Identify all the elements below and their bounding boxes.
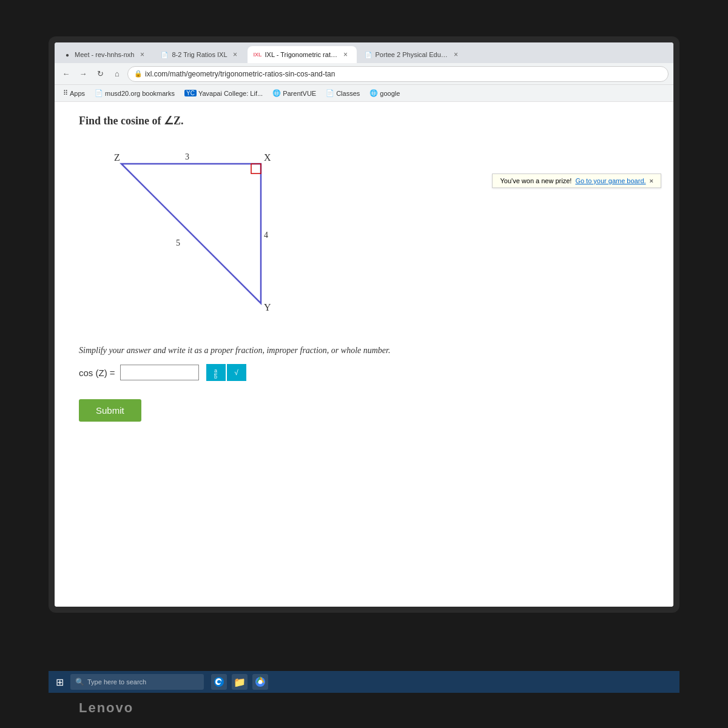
bookmark-musd[interactable]: 📄 musd20.org bookmarks [91, 88, 178, 98]
bookmark-yavapai[interactable]: YC Yavapai College: Lif... [181, 89, 266, 98]
browser-window: ● Meet - rev-hnhs-nxh × 📄 8-2 Trig Ratio… [55, 42, 673, 607]
side-xy-label: 4 [264, 231, 268, 240]
tab-favicon-meet: ● [63, 50, 72, 59]
bookmarks-bar: ⠿ Apps 📄 musd20.org bookmarks YC Yavapai… [55, 85, 673, 102]
instruction-text: Simplify your answer and write it as a p… [79, 346, 649, 356]
musd-icon: 📄 [95, 89, 103, 97]
bookmark-google[interactable]: 🌐 google [366, 88, 403, 98]
fraction-button[interactable]: a b [206, 364, 226, 381]
tab-close-portee[interactable]: × [451, 50, 461, 59]
triangle-diagram: Z X Y 3 4 5 [103, 140, 309, 334]
google-icon: 🌐 [369, 89, 378, 97]
fraction-icon: a b [214, 365, 217, 380]
triangle-shape [121, 164, 261, 303]
sqrt-button[interactable]: √ [227, 364, 246, 381]
tab-trig-ratios[interactable]: 📄 8-2 Trig Ratios IXL × [154, 46, 246, 63]
bookmark-apps[interactable]: ⠿ Apps [59, 88, 89, 98]
submit-button[interactable]: Submit [79, 399, 141, 422]
bookmark-classes-label: Classes [336, 90, 360, 97]
notification-link[interactable]: Go to your game board. [575, 177, 645, 184]
file-explorer-icon[interactable]: 📁 [232, 674, 248, 690]
bookmark-apps-label: Apps [70, 90, 85, 97]
parentvue-icon: 🌐 [272, 89, 281, 97]
forward-button[interactable]: → [76, 67, 90, 81]
vertex-y-label: Y [264, 302, 271, 312]
chrome-svg [255, 676, 266, 687]
edge-icon[interactable] [211, 674, 227, 690]
tab-title-portee: Portee 2 Physical Education [376, 51, 448, 58]
right-angle-marker [251, 164, 261, 174]
back-button[interactable]: ← [59, 67, 73, 81]
taskbar-app-icons: 📁 [211, 674, 268, 690]
bookmark-yavapai-label: Yavapai College: Lif... [198, 90, 263, 97]
side-zy-label: 5 [176, 238, 180, 248]
bookmark-classes[interactable]: 📄 Classes [322, 88, 363, 98]
lenovo-brand: Lenovo [79, 700, 133, 716]
tab-portee[interactable]: 📄 Portee 2 Physical Education × [358, 46, 467, 63]
apps-grid-icon: ⠿ [63, 89, 68, 97]
laptop-bezel: ● Meet - rev-hnhs-nxh × 📄 8-2 Trig Ratio… [49, 36, 679, 613]
taskbar-search-text: Type here to search [87, 678, 146, 686]
notification-close-button[interactable]: × [650, 177, 653, 184]
folder-icon: 📁 [234, 676, 246, 688]
tab-favicon-trig: 📄 [160, 50, 169, 59]
laptop-screen: ● Meet - rev-hnhs-nxh × 📄 8-2 Trig Ratio… [55, 42, 673, 607]
tab-meet[interactable]: ● Meet - rev-hnhs-nxh × [57, 46, 153, 63]
vertex-x-label: X [264, 152, 271, 163]
home-button[interactable]: ⌂ [110, 67, 124, 81]
windows-icon: ⊞ [56, 676, 64, 688]
math-buttons: a b √ [206, 364, 246, 381]
yavapai-icon: YC [184, 90, 197, 96]
triangle-svg: Z X Y 3 4 5 [103, 140, 309, 328]
sqrt-icon: √ [234, 368, 238, 377]
page-content: You've won a new prize! Go to your game … [55, 102, 673, 607]
tab-bar: ● Meet - rev-hnhs-nxh × 📄 8-2 Trig Ratio… [55, 42, 673, 63]
tab-close-trig[interactable]: × [231, 50, 240, 59]
chrome-icon[interactable] [252, 674, 268, 690]
bookmark-parentvue-label: ParentVUE [283, 90, 316, 97]
question-title: Find the cosine of ∠Z. [79, 114, 649, 127]
cos-answer-input[interactable] [120, 365, 199, 380]
tab-ixl-active[interactable]: IXL IXL - Trigonometric ratios: sin, co … [248, 46, 357, 63]
bookmark-musd-label: musd20.org bookmarks [105, 90, 175, 97]
url-text: ixl.com/math/geometry/trigonometric-rati… [145, 70, 335, 78]
taskbar: ⊞ 🔍 Type here to search 📁 [49, 671, 679, 693]
side-zx-label: 3 [185, 152, 189, 161]
cos-label: cos (Z) = [79, 368, 115, 378]
tab-title-trig: 8-2 Trig Ratios IXL [172, 51, 227, 58]
classes-icon: 📄 [326, 89, 334, 97]
url-input[interactable]: 🔒 ixl.com/math/geometry/trigonometric-ra… [127, 66, 669, 82]
vertex-z-label: Z [114, 152, 120, 163]
notification-text: You've won a new prize! [500, 177, 571, 184]
edge-svg [214, 676, 224, 687]
tab-close-meet[interactable]: × [137, 50, 147, 59]
address-bar: ← → ↻ ⌂ 🔒 ixl.com/math/geometry/trigonom… [55, 63, 673, 85]
tab-title-meet: Meet - rev-hnhs-nxh [75, 51, 134, 58]
notification-banner: You've won a new prize! Go to your game … [492, 174, 661, 188]
reload-button[interactable]: ↻ [93, 67, 107, 81]
tab-favicon-ixl: IXL [254, 50, 262, 59]
bookmark-parentvue[interactable]: 🌐 ParentVUE [269, 88, 320, 98]
tab-close-ixl[interactable]: × [341, 50, 351, 59]
tab-favicon-portee: 📄 [364, 50, 372, 59]
search-icon: 🔍 [75, 678, 84, 686]
bookmark-google-label: google [380, 90, 400, 97]
answer-section: Simplify your answer and write it as a p… [79, 346, 649, 422]
lock-icon: 🔒 [134, 70, 143, 78]
cos-input-row: cos (Z) = a b [79, 364, 649, 381]
tab-title-ixl: IXL - Trigonometric ratios: sin, co [265, 51, 338, 58]
start-button[interactable]: ⊞ [51, 673, 68, 690]
taskbar-search-box[interactable]: 🔍 Type here to search [70, 674, 204, 690]
